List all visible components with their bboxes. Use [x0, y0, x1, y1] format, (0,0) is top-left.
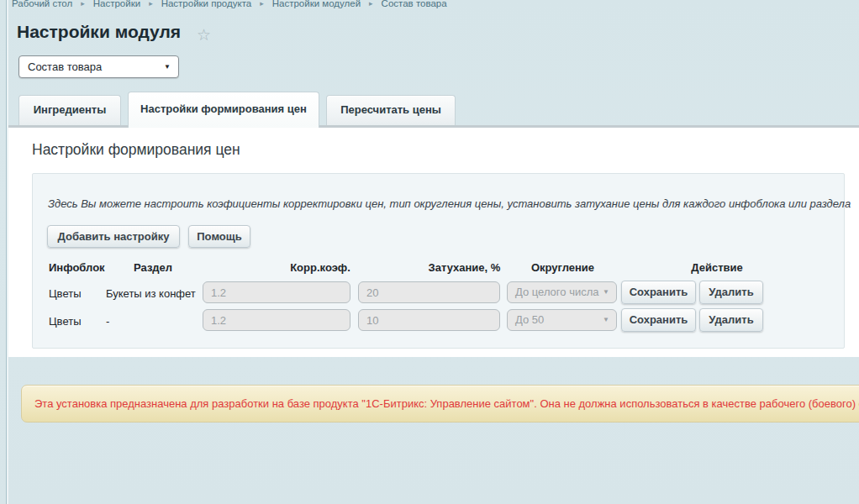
chevron-down-icon: ▼: [164, 56, 171, 77]
delete-button[interactable]: Удалить: [699, 281, 763, 304]
rounding-select-value: До 50: [515, 313, 544, 326]
favorite-star-icon[interactable]: ☆: [197, 25, 211, 45]
breadcrumb-separator-icon: ▸: [81, 0, 85, 8]
tab-ingredients[interactable]: Ингредиенты: [18, 95, 121, 127]
module-select-value: Состав товара: [28, 60, 102, 73]
breadcrumb-item-settings[interactable]: Настройки: [93, 0, 140, 8]
column-header-section: Раздел: [134, 261, 172, 274]
cell-infoblock: Цветы: [49, 315, 81, 328]
chevron-down-icon: ▼: [603, 282, 609, 302]
chevron-down-icon: ▼: [603, 310, 609, 330]
trial-warning-text: Эта установка предназначена для разработ…: [34, 397, 859, 410]
add-setting-button[interactable]: Добавить настройку: [47, 225, 180, 248]
breadcrumb-separator-icon: ▸: [369, 0, 373, 8]
coeff-input[interactable]: [203, 309, 350, 331]
breadcrumb-item-product-settings[interactable]: Настройки продукта: [161, 0, 252, 8]
coeff-input[interactable]: [203, 281, 350, 303]
breadcrumb-separator-icon: ▸: [149, 0, 153, 8]
settings-box: Здесь Вы можете настроить коэфициенты ко…: [32, 173, 845, 349]
save-button[interactable]: Сохранить: [621, 281, 696, 304]
column-header-coeff: Корр.коэф.: [246, 261, 394, 274]
column-header-rounding: Округление: [508, 261, 618, 274]
page: Рабочий стол▸Настройки▸Настройки продукт…: [0, 0, 859, 504]
breadcrumb-item-product-composition[interactable]: Состав товара: [382, 0, 447, 8]
fade-input[interactable]: [358, 281, 500, 303]
rounding-select[interactable]: До 50 ▼: [507, 309, 617, 331]
fade-input[interactable]: [358, 309, 500, 331]
section-heading: Настройки формирования цен: [32, 141, 240, 159]
tab-recalculate-prices[interactable]: Пересчитать цены: [326, 95, 456, 127]
delete-button[interactable]: Удалить: [699, 308, 763, 332]
page-title: Настройки модуля: [17, 22, 181, 42]
breadcrumb-item-module-settings[interactable]: Настройки модулей: [272, 0, 361, 8]
trial-warning-banner: Эта установка предназначена для разработ…: [21, 385, 859, 423]
settings-description: Здесь Вы можете настроить коэфициенты ко…: [48, 197, 851, 210]
help-button[interactable]: Помощь: [188, 225, 250, 248]
cell-section: -: [106, 315, 109, 328]
module-select[interactable]: Состав товара ▼: [18, 55, 179, 78]
column-header-action: Действие: [667, 261, 767, 274]
breadcrumb-item-desktop[interactable]: Рабочий стол: [12, 0, 72, 8]
content-panel: Настройки формирования цен Здесь Вы може…: [8, 125, 859, 357]
breadcrumb-separator-icon: ▸: [260, 0, 264, 8]
tab-price-formation-settings[interactable]: Настройки формирования цен: [128, 92, 319, 128]
save-button[interactable]: Сохранить: [621, 308, 696, 332]
cell-section: Букеты из конфет: [106, 287, 196, 300]
rounding-select[interactable]: До целого числа ▼: [507, 281, 617, 303]
column-header-infoblock: Инфоблок: [49, 261, 105, 274]
cell-infoblock: Цветы: [49, 287, 81, 300]
rounding-select-value: До целого числа: [515, 286, 599, 298]
breadcrumb: Рабочий стол▸Настройки▸Настройки продукт…: [12, 0, 447, 8]
